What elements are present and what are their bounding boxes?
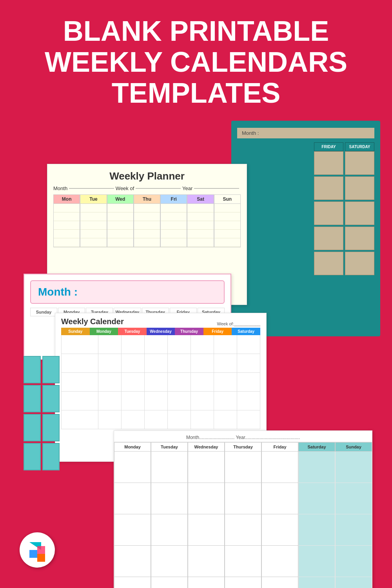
time-row [61, 354, 98, 373]
grid-cell [145, 373, 167, 392]
grid-cell-m [188, 452, 225, 483]
grid-cell-m [261, 483, 298, 514]
grid-cell-m-weekend [335, 514, 372, 546]
cday-thursday: Thursday [175, 328, 203, 335]
header-wednesday: Wednesday [188, 442, 225, 452]
grid-cell-m-weekend [298, 546, 335, 577]
teal-cell [345, 151, 374, 175]
header-monday: Monday [114, 442, 151, 452]
content-line [107, 230, 133, 238]
page-title: BLANK PRINTABLE WEEKLY CALENDARS TEMPLAT… [0, 0, 392, 121]
grid-cell-m-weekend [298, 577, 335, 588]
template-monthly-grid: Month........................... Year...… [114, 430, 372, 588]
content-line [54, 204, 80, 212]
time-row [61, 392, 98, 410]
teal-cell [345, 227, 374, 250]
grid-cell-m [188, 577, 225, 588]
teal-friday-label: FRIDAY [314, 142, 343, 151]
content-line [107, 212, 133, 221]
grid-row-2 [114, 483, 372, 514]
header-tuesday: Tuesday [151, 442, 188, 452]
day-grid-col-3 [168, 335, 191, 429]
day-grid-col-5 [214, 335, 237, 429]
grid-cell [191, 335, 214, 354]
grid-row-3 [114, 514, 372, 546]
grid-cell-m [225, 452, 261, 483]
content-col-3 [134, 204, 160, 247]
grid-cell [237, 410, 260, 429]
grid-cell-m [151, 577, 188, 588]
grid-cell-m [188, 546, 225, 577]
day-sun: Sun [214, 194, 241, 204]
teal-block-row [24, 385, 61, 412]
content-line [80, 212, 106, 221]
content-line [214, 221, 240, 230]
cday-wednesday: Wednesday [147, 328, 175, 335]
grid-cell-m-weekend [298, 514, 335, 546]
cday-sunday: Sunday [61, 328, 90, 335]
grid-cell [168, 410, 191, 429]
grid-cell [191, 354, 214, 373]
content-col-4 [160, 204, 187, 247]
time-row [61, 410, 98, 429]
grid-cell-m-weekend [298, 483, 335, 514]
monthly-header-row: Monday Tuesday Wednesday Thursday Friday… [114, 442, 372, 452]
grid-cell-m [261, 577, 298, 588]
month-header-box: Month : [30, 280, 225, 304]
grid-row-5 [114, 577, 372, 588]
content-line [107, 238, 133, 247]
time-row [61, 373, 98, 392]
content-line [161, 212, 187, 221]
content-line [80, 238, 106, 247]
content-line [134, 230, 160, 238]
teal-month-bar: Month : [237, 128, 374, 138]
day-grid-cols [98, 335, 260, 429]
header-friday: Friday [261, 442, 298, 452]
content-col-0 [53, 204, 80, 247]
grid-cell-m [188, 483, 225, 514]
teal-cell [345, 252, 374, 275]
grid-cell-m-weekend [335, 546, 372, 577]
content-line [214, 238, 240, 247]
year-underline [194, 188, 239, 189]
weekday-sunday: Sunday [30, 308, 57, 316]
content-line [80, 204, 106, 212]
grid-cell [122, 354, 144, 373]
grid-cell [168, 392, 191, 410]
content-line [214, 204, 240, 212]
cday-tuesday: Tuesday [118, 328, 147, 335]
content-line [54, 221, 80, 230]
grid-cell [237, 392, 260, 410]
content-line [54, 238, 80, 247]
weekly-title-row: Weekly Calender Week of:___________ [55, 313, 266, 327]
month-year-bar: Month........................... Year...… [114, 431, 372, 442]
grid-cell [122, 410, 144, 429]
planner-content [53, 204, 241, 247]
day-grid-col-4 [191, 335, 214, 429]
grid-cell-m [261, 546, 298, 577]
grid-cell-m [188, 514, 225, 546]
grid-cell-m [225, 546, 261, 577]
grid-cell [191, 392, 214, 410]
content-line [107, 204, 133, 212]
grid-cell-m [151, 452, 188, 483]
day-thu: Thu [134, 194, 160, 204]
grid-cell [237, 335, 260, 354]
content-line [187, 238, 213, 247]
teal-block [42, 443, 60, 470]
week-of-label: Week of [116, 185, 134, 191]
content-line [214, 212, 240, 221]
content-line [187, 204, 213, 212]
grid-cell [214, 410, 237, 429]
header-sunday: Sunday [335, 442, 372, 452]
teal-block [24, 414, 41, 441]
teal-cell [345, 201, 374, 225]
grid-cell [98, 410, 121, 429]
grid-cell [98, 373, 121, 392]
content-line [54, 230, 80, 238]
grid-cell [214, 373, 237, 392]
planner-days-row: Mon Tue Wed Thu Fri Sat Sun [53, 194, 241, 204]
content-line [134, 204, 160, 212]
grid-cell-m [225, 577, 261, 588]
day-wed: Wed [107, 194, 134, 204]
